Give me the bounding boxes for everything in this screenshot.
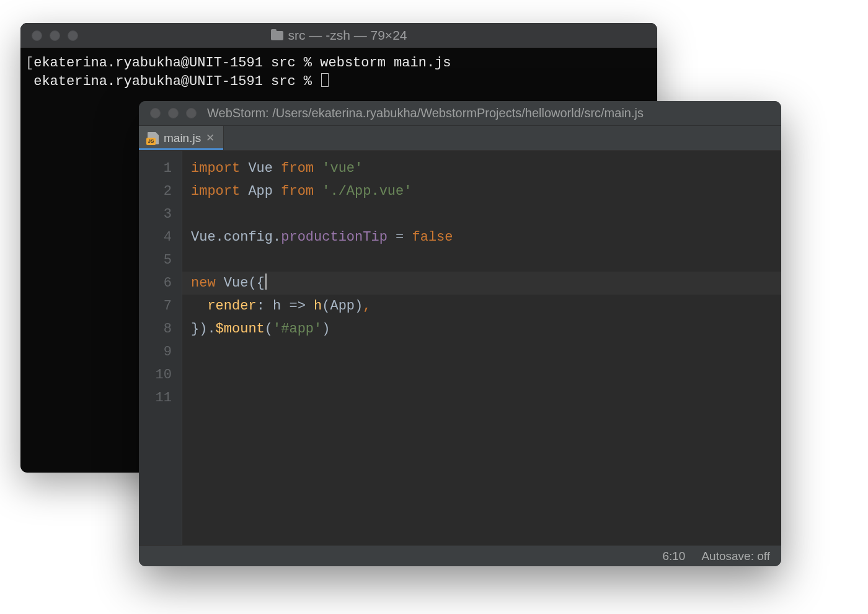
code-line [191,363,781,386]
line-number: 9 [139,340,172,363]
line-number: 3 [139,203,172,226]
terminal-line: ekaterina.ryabukha@UNIT-1591 src % [25,73,652,91]
minimize-dot-icon[interactable] [168,108,179,118]
terminal-line: [ekaterina.ryabukha@UNIT-1591 src % webs… [25,54,652,73]
editor-tab-mainjs[interactable]: JS main.js ✕ [139,126,224,150]
ide-statusbar: 6:10 Autosave: off [139,545,781,566]
ide-title: WebStorm: /Users/ekaterina.ryabukha/Webs… [207,106,776,120]
terminal-cursor [321,73,329,87]
ide-tabbar: JS main.js ✕ [139,126,781,151]
code-line: }).$mount('#app') [191,318,781,340]
line-number-gutter: 1234567891011 [139,151,182,545]
line-number: 4 [139,226,172,249]
traffic-lights [139,108,197,118]
ide-window: WebStorm: /Users/ekaterina.ryabukha/Webs… [139,101,781,566]
line-number: 6 [139,272,172,295]
traffic-lights [20,30,78,41]
code-line: import Vue from 'vue' [191,157,781,180]
code-content[interactable]: import Vue from 'vue'import App from './… [182,151,781,545]
terminal-title-wrap: src — -zsh — 79×24 [20,28,657,43]
line-number: 10 [139,363,172,386]
maximize-dot-icon[interactable] [186,108,197,118]
autosave-status[interactable]: Autosave: off [701,549,770,563]
folder-icon [271,31,283,40]
code-line [191,386,781,409]
code-line [191,249,781,272]
line-number: 2 [139,180,172,203]
code-line: render: h => h(App), [191,295,781,318]
maximize-dot-icon[interactable] [68,30,78,41]
terminal-body[interactable]: [ekaterina.ryabukha@UNIT-1591 src % webs… [20,48,657,97]
cursor-position[interactable]: 6:10 [662,549,685,563]
tab-label: main.js [164,131,201,145]
editor-caret [265,274,267,290]
ide-titlebar[interactable]: WebStorm: /Users/ekaterina.ryabukha/Webs… [139,101,781,126]
line-number: 5 [139,249,172,272]
code-line [191,340,781,363]
code-line: import App from './App.vue' [191,180,781,203]
minimize-dot-icon[interactable] [50,30,60,41]
js-file-icon: JS [148,132,159,145]
line-number: 11 [139,386,172,409]
line-number: 8 [139,318,172,340]
line-number: 1 [139,157,172,180]
line-number: 7 [139,295,172,318]
close-dot-icon[interactable] [150,108,161,118]
close-icon[interactable]: ✕ [206,131,215,145]
terminal-title: src — -zsh — 79×24 [288,28,407,43]
code-line: Vue.config.productionTip = false [191,226,781,249]
terminal-titlebar[interactable]: src — -zsh — 79×24 [20,23,657,48]
close-dot-icon[interactable] [32,30,42,41]
code-line [191,203,781,226]
code-line: new Vue({ [182,272,781,295]
editor-area[interactable]: 1234567891011 import Vue from 'vue'impor… [139,151,781,545]
